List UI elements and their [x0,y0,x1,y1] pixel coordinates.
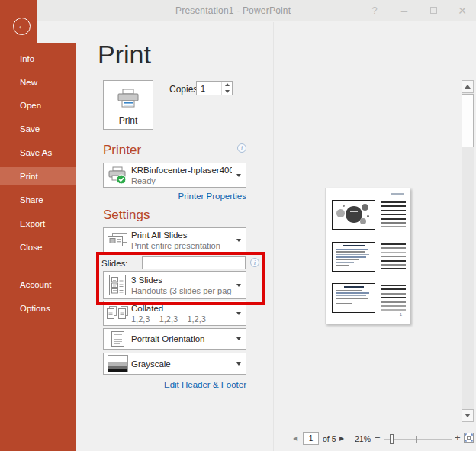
sidebar-item-close[interactable]: Close [0,238,76,256]
print-layout-dropdown[interactable]: 3 Slides Handouts (3 slides per page) [103,271,246,299]
preview-statusbar: ◀ of 5 ▶ 21% − + [275,429,476,451]
next-page-icon[interactable]: ▶ [339,435,344,442]
handout-date-placeholder [391,193,404,195]
printer-status: Ready [131,176,232,185]
powerpoint-backstage-window: Presentation1 - PowerPoint ? – ✕ ← Info … [0,0,476,451]
spinner-up-icon[interactable] [222,82,232,89]
preview-scrollbar-thumb[interactable] [462,94,474,147]
copies-input[interactable] [197,82,221,95]
maximize-icon[interactable] [423,3,443,18]
print-range-text: Print All Slides Print entire presentati… [131,230,232,250]
print-layout-description: Handouts (3 slides per page) [131,286,232,295]
settings-section-heading: Settings [103,208,150,223]
slides-icon [104,233,131,248]
backstage-corner: ← [0,0,37,43]
sidebar-item-save[interactable]: Save [0,120,76,138]
sidebar-item-new[interactable]: New [0,73,76,92]
page-count-label: of 5 [323,434,336,443]
collated-icon [104,306,131,321]
handout-3-slides-icon [104,275,131,295]
orientation-text: Portrait Orientation [131,334,232,343]
orientation-label: Portrait Orientation [131,334,232,343]
slide-thumbnail-3 [332,283,375,313]
page-title: Print [98,40,151,69]
notes-lines-2 [381,243,406,272]
chevron-down-icon [232,362,246,366]
print-button[interactable]: Print [103,80,153,130]
sidebar-item-export[interactable]: Export [0,214,76,233]
print-range-label: Print All Slides [131,230,232,240]
print-layout-label: 3 Slides [131,275,232,285]
sidebar-item-save-as[interactable]: Save As [0,143,76,162]
titlebar: Presentation1 - PowerPoint ? – ✕ [0,0,476,21]
print-range-description: Print entire presentation [131,241,232,250]
color-mode-text: Grayscale [131,359,232,369]
printer-device-icon [104,166,131,185]
chevron-down-icon [232,174,246,177]
maximize-box-glyph [430,7,437,14]
notes-lines-1 [381,201,406,230]
printer-info-icon[interactable]: i [237,143,246,153]
zoom-slider[interactable] [384,439,452,440]
grayscale-icon [104,355,131,372]
portrait-page-icon [104,331,131,347]
spinner-down-icon[interactable] [222,89,232,95]
scrollbar-down-icon[interactable] [462,409,474,422]
zoom-out-icon[interactable]: − [375,432,381,443]
back-arrow-icon: ← [17,20,27,31]
orientation-dropdown[interactable]: Portrait Orientation [103,328,246,350]
minimize-icon[interactable]: – [394,3,414,18]
sidebar-item-options[interactable]: Options [0,299,76,317]
sidebar-item-account[interactable]: Account [0,275,76,294]
chevron-down-icon [232,284,246,287]
slide-thumbnail-1 [332,200,375,230]
sidebar-divider [15,266,60,266]
printer-icon [104,89,153,112]
collation-label: Collated [131,304,232,313]
back-button[interactable]: ← [13,18,31,35]
current-page-input[interactable] [303,432,319,445]
copies-stepper [196,81,233,95]
slides-range-input[interactable] [142,256,246,269]
collation-dropdown[interactable]: Collated 1,2,3 1,2,3 1,2,3 [103,301,246,326]
copies-spin-buttons [221,82,232,95]
color-mode-label: Grayscale [131,359,232,369]
collation-description: 1,2,3 1,2,3 1,2,3 [131,314,232,324]
close-icon[interactable]: ✕ [452,3,472,18]
chevron-down-icon [232,337,246,340]
zoom-in-icon[interactable]: + [455,432,461,443]
edit-header-footer-link[interactable]: Edit Header & Footer [103,380,246,389]
zoom-level-label: 21% [355,434,371,443]
help-icon[interactable]: ? [365,3,384,18]
zoom-slider-center-tick [416,436,417,443]
printer-dropdown-text: KRBinfocenter-hplaser400 o... Ready [131,166,232,185]
sidebar-item-open[interactable]: Open [0,96,76,114]
slide-thumbnail-2 [332,242,375,272]
printer-dropdown[interactable]: KRBinfocenter-hplaser400 o... Ready [103,163,246,188]
sidebar-item-share[interactable]: Share [0,191,76,209]
fit-page-icon[interactable] [463,432,474,443]
handout-page-number: 1 [400,312,402,317]
prev-page-icon[interactable]: ◀ [293,435,298,442]
window-title: Presentation1 - PowerPoint [175,5,291,16]
slides-range-label: Slides: [101,259,128,268]
printer-properties-link[interactable]: Printer Properties [103,192,246,201]
sidebar-item-print[interactable]: Print [0,167,76,185]
chevron-down-icon [232,312,246,315]
notes-lines-3 [381,285,406,314]
panel-divider [273,22,274,451]
print-preview-page: 1 [325,188,410,324]
sidebar-item-info[interactable]: Info [0,50,76,68]
printer-name: KRBinfocenter-hplaser400 o... [131,166,232,175]
print-range-dropdown[interactable]: Print All Slides Print entire presentati… [103,227,246,253]
printer-section-heading: Printer [103,143,141,158]
scrollbar-up-icon[interactable] [462,80,474,93]
color-mode-dropdown[interactable]: Grayscale [103,353,246,375]
collation-text: Collated 1,2,3 1,2,3 1,2,3 [131,304,232,324]
slides-info-icon[interactable]: i [250,258,259,267]
print-button-label: Print [104,115,153,126]
print-layout-text: 3 Slides Handouts (3 slides per page) [131,275,232,295]
chevron-down-icon [232,239,246,242]
zoom-slider-thumb[interactable] [390,434,394,444]
